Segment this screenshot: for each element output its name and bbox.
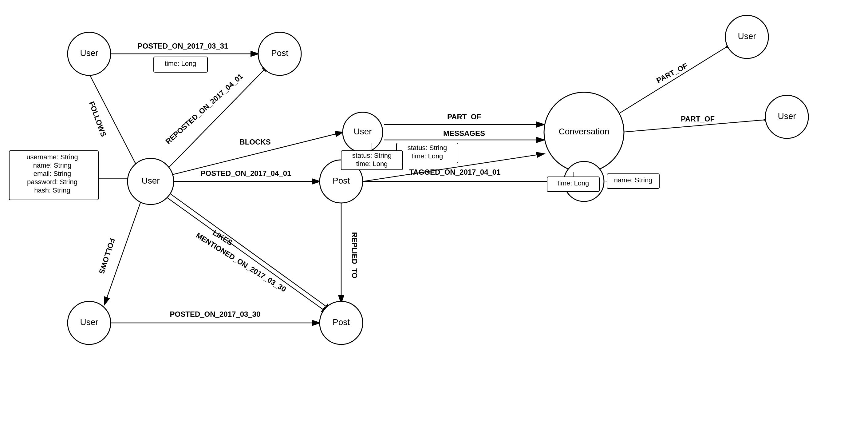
edge-label-posted-on-2017-04-01: POSTED_ON_2017_04_01 (201, 169, 291, 177)
edge-label-follows-up: FOLLOWS (88, 100, 108, 138)
prop-text-user-time: time: Long (356, 160, 388, 168)
prop-text-email: email: String (33, 170, 71, 177)
edge-label-mentioned-on-2017-03-30: MENTIONED_ON_2017_03_30 (194, 231, 288, 293)
node-label-user-bottom: User (80, 317, 98, 327)
edge-reposted-on-2017-04-01 (165, 65, 269, 172)
edge-part-of-user-top-right (609, 48, 725, 120)
edge-label-part-of: PART_OF (447, 113, 481, 121)
node-label-user-center: User (142, 176, 159, 185)
prop-text-time-long-mid: time: Long (411, 152, 443, 160)
edge-label-tagged-on-2017-04-01: TAGGED_ON_2017_04_01 (409, 168, 500, 176)
edge-label-reposted-on-2017-04-01: REPOSTED_ON_2017_04_01 (164, 72, 244, 146)
prop-text-time-long-top: time: Long (165, 60, 196, 67)
prop-text-username: username: String (26, 153, 78, 161)
edge-label-follows-down: FOLLOWS (97, 237, 117, 275)
diagram-container: POSTED_ON_2017_03_31 time: Long REPOSTED… (0, 0, 868, 425)
node-label-post-mid: Post (333, 176, 350, 185)
edge-label-part-of-user-mid-right2: PART_OF (681, 115, 715, 123)
edge-likes (166, 191, 332, 311)
edge-label-replied-to: REPLIED_TO (350, 232, 359, 278)
prop-text-tag-name: name: String (614, 176, 653, 184)
prop-text-conv-time: time: Long (558, 179, 589, 187)
prop-text-status-string: status: String (408, 144, 447, 152)
prop-text-name: name: String (33, 161, 72, 169)
node-label-user-mid-right: User (353, 127, 372, 136)
node-label-post-top: Post (271, 48, 288, 58)
node-label-post-bottom: Post (333, 317, 350, 327)
edge-label-posted-on-2017-03-30: POSTED_ON_2017_03_30 (170, 310, 261, 318)
edge-label-messages: MESSAGES (443, 129, 485, 138)
edge-label-posted-on-2017-03-31: POSTED_ON_2017_03_31 (138, 42, 228, 50)
node-label-user-top-left: User (80, 48, 98, 58)
prop-text-hash: hash: String (34, 186, 70, 194)
prop-text-user-status: status: String (352, 152, 392, 159)
node-label-user-top-right: User (738, 31, 756, 41)
node-label-user-mid-right2: User (778, 111, 796, 121)
edge-label-blocks: BLOCKS (240, 138, 271, 146)
prop-text-password: password: String (27, 178, 78, 186)
node-label-conversation: Conversation (559, 127, 610, 136)
edge-mentioned-on-2017-03-30 (166, 197, 329, 314)
